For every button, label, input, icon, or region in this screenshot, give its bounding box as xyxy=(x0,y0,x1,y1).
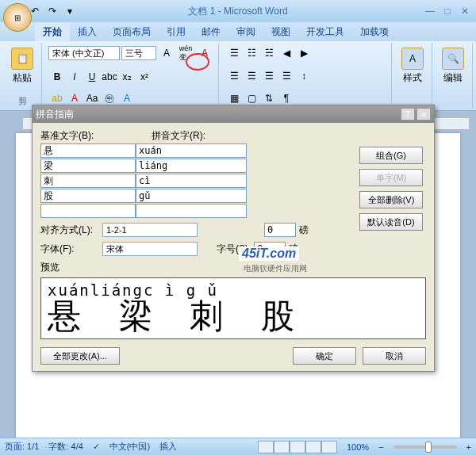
zoom-out-icon[interactable]: − xyxy=(378,442,383,452)
zoom-in-icon[interactable]: + xyxy=(466,442,471,452)
underline-icon[interactable]: U xyxy=(83,68,101,86)
status-insertmode[interactable]: 插入 xyxy=(159,441,177,453)
default-reading-button[interactable]: 默认读音(D) xyxy=(359,213,423,231)
change-all-button[interactable]: 全部更改(A)... xyxy=(40,347,120,365)
dialog-close-icon[interactable]: ✕ xyxy=(416,108,431,120)
cancel-button[interactable]: 取消 xyxy=(363,347,426,365)
watermark-sub: 电脑软硬件应用网 xyxy=(244,263,307,274)
ruby-input-3[interactable] xyxy=(136,174,247,188)
status-wordcount[interactable]: 字数: 4/4 xyxy=(48,441,83,453)
view-print-icon[interactable] xyxy=(258,441,274,453)
find-button[interactable]: 🔍 编辑 xyxy=(439,44,467,88)
maximize-icon[interactable]: □ xyxy=(440,5,455,17)
align-right-icon[interactable]: ☰ xyxy=(260,67,278,85)
align-center-icon[interactable]: ☰ xyxy=(243,67,260,85)
minimize-icon[interactable]: — xyxy=(422,5,438,17)
base-text-label: 基准文字(B): xyxy=(40,129,104,143)
view-web-icon[interactable] xyxy=(290,441,305,453)
status-language[interactable]: 中文(中国) xyxy=(109,441,150,453)
font-combo[interactable]: 宋体 xyxy=(102,242,198,256)
tab-references[interactable]: 引用 xyxy=(159,22,194,41)
base-input-4[interactable] xyxy=(40,189,136,203)
phonetic-guide-button[interactable]: wén变 xyxy=(177,44,194,62)
offset-input[interactable] xyxy=(264,223,296,237)
find-icon: 🔍 xyxy=(442,48,464,70)
preview-base: 悬 梁 刺 股 xyxy=(48,294,419,338)
base-input-5[interactable] xyxy=(40,204,136,218)
group-button[interactable]: 组合(G) xyxy=(359,147,423,164)
tab-mailings[interactable]: 邮件 xyxy=(194,22,228,41)
paste-button[interactable]: 📋 粘贴 xyxy=(8,44,36,88)
numbering-icon[interactable]: ☷ xyxy=(243,44,260,62)
tab-review[interactable]: 审阅 xyxy=(228,22,263,41)
font-name-combo[interactable]: 宋体 (中文正) xyxy=(48,46,120,60)
dialog-titlebar[interactable]: 拼音指南 ? ✕ xyxy=(33,105,434,123)
redo-icon[interactable]: ↷ xyxy=(44,3,60,19)
grow-font-icon[interactable]: A xyxy=(158,44,175,62)
justify-icon[interactable]: ☰ xyxy=(278,67,295,85)
paragraph-group: ☰ ☷ ☵ ◀ ▶ ☰ ☰ ☰ ☰ ↕ ▦ ▢ ⇅ ¶ xyxy=(221,43,392,109)
clear-all-button[interactable]: 全部删除(V) xyxy=(359,191,423,208)
ruby-input-4[interactable] xyxy=(136,189,247,203)
styles-group: A 样式 xyxy=(393,43,432,109)
font-label: 字体(F): xyxy=(40,243,99,256)
indent-inc-icon[interactable]: ▶ xyxy=(295,44,313,62)
ribbon: 📋 粘贴 剪 宋体 (中文正) 三号 A wén变 A B I U abc x₂… xyxy=(0,41,476,111)
base-input-1[interactable] xyxy=(40,143,136,158)
phonetic-guide-dialog: 拼音指南 ? ✕ 基准文字(B): 拼音文字(R): 组合(G) 单字(M) 全… xyxy=(32,105,435,372)
help-icon[interactable]: ? xyxy=(401,108,415,120)
view-outline-icon[interactable] xyxy=(305,441,321,453)
paste-label: 粘贴 xyxy=(13,71,32,85)
zoom-thumb[interactable] xyxy=(425,442,432,453)
editing-label: 编辑 xyxy=(443,71,463,85)
offset-unit: 磅 xyxy=(299,224,309,237)
styles-button[interactable]: A 样式 xyxy=(398,44,427,88)
ruby-text-label: 拼音文字(R): xyxy=(152,129,215,143)
italic-icon[interactable]: I xyxy=(66,68,83,86)
tab-developer[interactable]: 开发工具 xyxy=(298,22,352,41)
close-icon[interactable]: ✕ xyxy=(457,5,473,17)
strike-icon[interactable]: abc xyxy=(101,68,118,86)
bold-icon[interactable]: B xyxy=(48,68,66,86)
ribbon-tabs: 开始 插入 页面布局 引用 邮件 审阅 视图 开发工具 加载项 xyxy=(0,22,476,41)
align-left-icon[interactable]: ☰ xyxy=(225,67,243,85)
zoom-slider[interactable] xyxy=(393,445,457,449)
ok-button[interactable]: 确定 xyxy=(293,347,356,365)
tab-addins[interactable]: 加载项 xyxy=(352,22,397,41)
single-button: 单字(M) xyxy=(359,169,423,186)
alignment-label: 对齐方式(L): xyxy=(40,224,99,237)
base-input-3[interactable] xyxy=(40,174,136,188)
ruby-input-5[interactable] xyxy=(136,204,247,218)
status-proofing-icon[interactable]: ✓ xyxy=(93,442,100,452)
office-button[interactable]: ⊞ xyxy=(3,3,32,32)
base-input-2[interactable] xyxy=(40,159,136,173)
subscript-icon[interactable]: x₂ xyxy=(118,68,136,86)
dialog-title: 拼音指南 xyxy=(36,108,74,121)
bullets-icon[interactable]: ☰ xyxy=(225,44,243,62)
tab-pagelayout[interactable]: 页面布局 xyxy=(105,22,159,41)
view-fullscreen-icon[interactable] xyxy=(274,441,290,453)
ruby-input-1[interactable] xyxy=(136,143,247,158)
tab-insert[interactable]: 插入 xyxy=(70,22,105,41)
line-spacing-icon[interactable]: ↕ xyxy=(295,67,313,85)
tab-view[interactable]: 视图 xyxy=(263,22,298,41)
preview-label: 预览 xyxy=(40,261,426,274)
font-size-combo[interactable]: 三号 xyxy=(121,46,156,60)
tab-home[interactable]: 开始 xyxy=(35,22,70,41)
view-buttons xyxy=(258,441,337,453)
multilevel-icon[interactable]: ☵ xyxy=(260,44,278,62)
qat-more-icon[interactable]: ▾ xyxy=(62,3,78,19)
view-draft-icon[interactable] xyxy=(321,441,337,453)
styles-label: 样式 xyxy=(403,71,422,85)
styles-icon: A xyxy=(401,48,424,70)
status-page[interactable]: 页面: 1/1 xyxy=(5,441,39,453)
zoom-level[interactable]: 100% xyxy=(347,442,369,452)
superscript-icon[interactable]: x² xyxy=(136,68,153,86)
indent-dec-icon[interactable]: ◀ xyxy=(278,44,295,62)
alignment-combo[interactable]: 1-2-1 xyxy=(102,223,198,237)
char-border-icon[interactable]: A xyxy=(196,44,213,62)
editing-group: 🔍 编辑 xyxy=(434,43,473,109)
ruby-input-2[interactable] xyxy=(136,159,247,173)
paste-icon: 📋 xyxy=(11,48,33,70)
window-controls: — □ ✕ xyxy=(422,5,473,17)
